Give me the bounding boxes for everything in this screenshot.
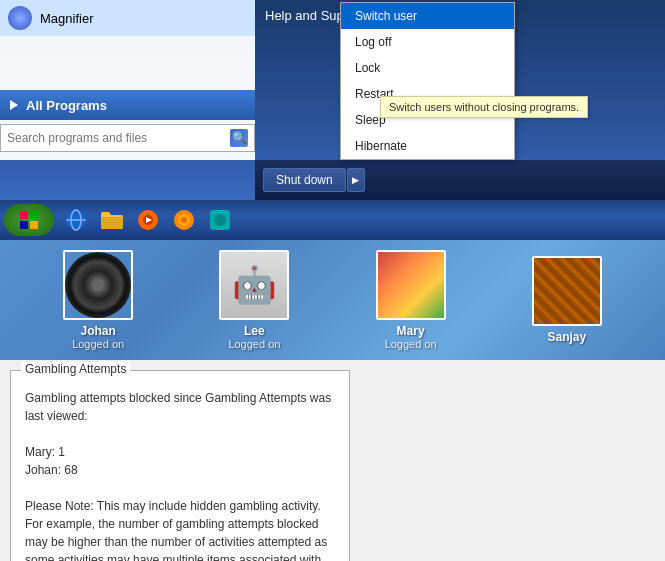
gambling-johan-count: Johan: 68 [25,461,335,479]
user-avatar-johan [63,250,133,320]
magnifier-item[interactable]: Magnifier [0,0,255,36]
switch-user-tooltip: Switch users without closing programs. [380,96,588,118]
context-menu-item-hibernate[interactable]: Hibernate [341,133,514,159]
svg-rect-2 [20,221,28,229]
svg-rect-0 [20,211,28,219]
sanjay-avatar-icon [534,258,600,324]
magnifier-icon [8,6,32,30]
user-status-lee: Logged on [228,338,280,350]
context-menu-item-switch-user[interactable]: Switch user [341,3,514,29]
ie-icon [64,208,88,232]
context-menu-item-logoff[interactable]: Log off [341,29,514,55]
taskbar [0,200,665,240]
user-status-johan: Logged on [72,338,124,350]
gambling-note: Please Note: This may include hidden gam… [25,497,335,561]
svg-point-12 [181,217,187,223]
start-menu-left-panel: Magnifier All Programs 🔍 [0,0,255,160]
shutdown-arrow-button[interactable]: ▶ [347,168,365,192]
start-menu: Magnifier All Programs 🔍 Help and Suppor… [0,0,665,200]
magnifier-label: Magnifier [40,11,93,26]
bottom-section: Gambling Attempts Gambling attempts bloc… [0,360,665,561]
user-name-johan: Johan [80,324,115,338]
user-item-lee[interactable]: 🤖 Lee Logged on [219,250,289,350]
context-menu: Switch user Log off Lock Restart Sleep H… [340,2,515,160]
all-programs-label: All Programs [26,98,107,113]
user-item-sanjay[interactable]: Sanjay [532,256,602,344]
user-name-mary: Mary [397,324,425,338]
right-empty-area [360,360,665,561]
taskbar-ie-icon[interactable] [60,204,92,236]
user-status-mary: Logged on [385,338,437,350]
gambling-mary-count: Mary: 1 [25,443,335,461]
svg-rect-3 [30,221,38,229]
start-button[interactable] [4,204,54,236]
teal-app-icon [208,208,232,232]
all-programs-arrow-icon [10,100,18,110]
taskbar-folder-icon[interactable] [96,204,128,236]
folder-icon [100,210,124,230]
windows-logo-icon [19,210,39,230]
user-item-mary[interactable]: Mary Logged on [376,250,446,350]
user-name-sanjay: Sanjay [548,330,587,344]
search-input[interactable] [7,131,207,145]
user-avatar-lee: 🤖 [219,250,289,320]
taskbar-teal-icon[interactable] [204,204,236,236]
orange-app-icon [172,208,196,232]
gambling-attempts-panel: Gambling Attempts Gambling attempts bloc… [10,370,350,561]
taskbar-orange-icon[interactable] [168,204,200,236]
user-name-lee: Lee [244,324,265,338]
shutdown-bar: Shut down ▶ [255,160,665,200]
robot-avatar-icon: 🤖 [221,252,287,318]
taskbar-media-icon[interactable] [132,204,164,236]
user-avatar-sanjay [532,256,602,326]
user-switcher: Johan Logged on 🤖 Lee Logged on Mary Log… [0,240,665,360]
shutdown-button[interactable]: Shut down [263,168,346,192]
svg-rect-1 [30,211,38,219]
svg-point-14 [214,214,226,226]
all-programs-button[interactable]: All Programs [0,90,255,120]
search-icon: 🔍 [230,129,248,147]
search-box[interactable]: 🔍 [0,124,255,152]
media-player-icon [136,208,160,232]
user-item-johan[interactable]: Johan Logged on [63,250,133,350]
user-avatar-mary [376,250,446,320]
gambling-attempts-title: Gambling Attempts [21,362,130,376]
gambling-text-1: Gambling attempts blocked since Gambling… [25,389,335,561]
gambling-description: Gambling attempts blocked since Gambling… [25,389,335,425]
context-menu-item-lock[interactable]: Lock [341,55,514,81]
mary-avatar-icon [378,252,444,318]
vinyl-avatar-icon [65,252,131,318]
